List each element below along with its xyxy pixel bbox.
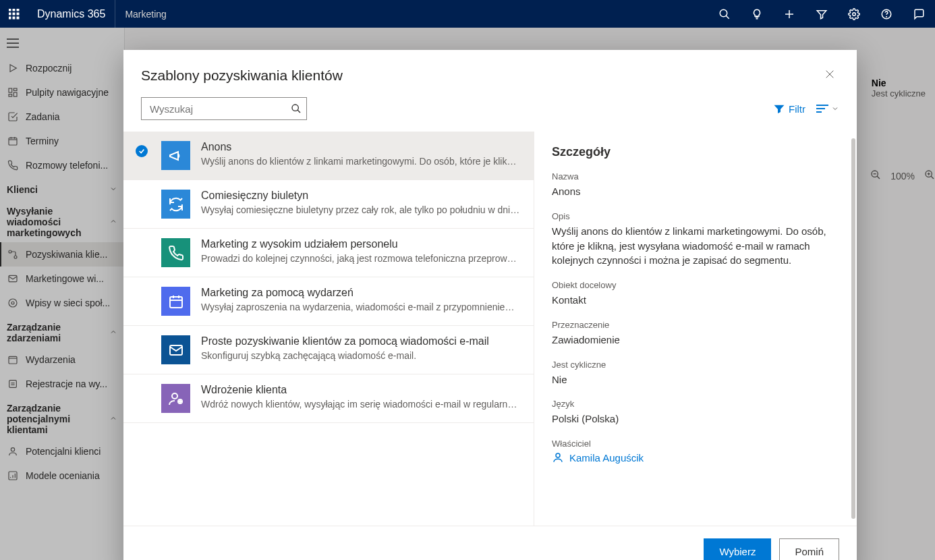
app-launcher-icon[interactable] bbox=[0, 0, 28, 28]
skip-button[interactable]: Pomiń bbox=[779, 538, 839, 560]
selected-check-icon bbox=[136, 145, 148, 157]
search-input[interactable] bbox=[142, 103, 286, 115]
detail-label: Obiekt docelowy bbox=[552, 280, 839, 290]
template-row[interactable]: Anons Wyślij anons do klientów z linkami… bbox=[123, 132, 534, 180]
svg-rect-3 bbox=[9, 13, 11, 15]
details-heading: Szczegóły bbox=[552, 145, 839, 159]
svg-rect-57 bbox=[170, 297, 182, 308]
svg-point-52 bbox=[292, 105, 298, 111]
sort-icon bbox=[816, 104, 828, 113]
svg-rect-8 bbox=[17, 17, 19, 19]
person-icon bbox=[552, 451, 564, 464]
detail-label: Właściciel bbox=[552, 439, 839, 449]
template-row[interactable]: Comiesięczny biuletyn Wysyłaj comiesięcz… bbox=[123, 180, 534, 229]
search-icon[interactable] bbox=[708, 0, 741, 28]
help-icon[interactable] bbox=[870, 0, 903, 28]
select-button[interactable]: Wybierz bbox=[704, 538, 771, 560]
svg-point-13 bbox=[853, 12, 856, 16]
template-picker-modal: Szablony pozyskiwania klientów Filtr bbox=[123, 50, 857, 560]
svg-point-15 bbox=[886, 16, 887, 17]
template-desc: Prowadzi do kolejnej czynności, jaką jes… bbox=[201, 253, 521, 264]
filter-label: Filtr bbox=[789, 103, 805, 115]
mail-icon bbox=[161, 335, 190, 364]
svg-rect-0 bbox=[9, 9, 11, 11]
detail-value: Kontakt bbox=[552, 293, 839, 308]
svg-point-66 bbox=[556, 453, 560, 457]
template-row[interactable]: Marketing z wysokim udziałem personelu P… bbox=[123, 229, 534, 277]
lightbulb-icon[interactable] bbox=[741, 0, 773, 28]
svg-rect-5 bbox=[17, 13, 19, 15]
svg-line-53 bbox=[298, 110, 300, 113]
close-button[interactable] bbox=[820, 65, 839, 86]
refresh-icon bbox=[161, 190, 190, 219]
detail-label: Jest cykliczne bbox=[552, 360, 839, 370]
search-icon[interactable] bbox=[286, 98, 306, 119]
megaphone-icon bbox=[161, 141, 190, 170]
svg-rect-2 bbox=[17, 9, 19, 11]
template-title: Comiesięczny biuletyn bbox=[201, 190, 521, 202]
scrollbar[interactable] bbox=[851, 138, 855, 519]
modal-title: Szablony pozyskiwania klientów bbox=[141, 67, 343, 84]
template-title: Marketing za pomocą wydarzeń bbox=[201, 287, 521, 299]
template-list: Anons Wyślij anons do klientów z linkami… bbox=[123, 132, 534, 526]
template-row[interactable]: Wdrożenie klienta Wdróż nowych klientów,… bbox=[123, 374, 534, 423]
detail-value: Nie bbox=[552, 372, 839, 387]
calendar-icon bbox=[161, 287, 190, 316]
svg-line-10 bbox=[726, 16, 729, 19]
detail-value: Wyślij anons do klientów z linkami marke… bbox=[552, 224, 839, 268]
template-title: Marketing z wysokim udziałem personelu bbox=[201, 238, 521, 250]
detail-label: Przeznaczenie bbox=[552, 320, 839, 330]
detail-value: Polski (Polska) bbox=[552, 412, 839, 426]
svg-rect-7 bbox=[13, 17, 15, 19]
detail-value: Zawiadomienie bbox=[552, 333, 839, 347]
svg-rect-6 bbox=[9, 17, 11, 19]
svg-rect-4 bbox=[13, 13, 15, 15]
template-title: Anons bbox=[201, 141, 521, 153]
template-desc: Skonfiguruj szybką zachęcającą wiadomość… bbox=[201, 350, 521, 361]
person-icon bbox=[161, 384, 190, 413]
detail-label: Nazwa bbox=[552, 171, 839, 181]
svg-point-62 bbox=[172, 393, 177, 399]
search-box[interactable] bbox=[141, 97, 307, 120]
template-desc: Wysyłaj comiesięczne biuletyny przez cał… bbox=[201, 204, 521, 215]
svg-rect-1 bbox=[13, 9, 15, 11]
owner-link[interactable]: Kamila Auguścik bbox=[552, 451, 839, 464]
chevron-down-icon bbox=[831, 105, 839, 113]
detail-value: Anons bbox=[552, 184, 839, 199]
funnel-icon bbox=[774, 103, 785, 114]
phone-icon bbox=[161, 238, 190, 267]
template-row[interactable]: Marketing za pomocą wydarzeń Wysyłaj zap… bbox=[123, 277, 534, 326]
template-desc: Wdróż nowych klientów, wysyłając im seri… bbox=[201, 399, 521, 410]
template-row[interactable]: Proste pozyskiwanie klientów za pomocą w… bbox=[123, 326, 534, 374]
template-desc: Wyślij anons do klientów z linkami marke… bbox=[201, 156, 521, 167]
area-label[interactable]: Marketing bbox=[115, 9, 175, 20]
top-bar: Dynamics 365 Marketing bbox=[0, 0, 935, 28]
modal-overlay: Szablony pozyskiwania klientów Filtr bbox=[0, 28, 935, 560]
chat-icon[interactable] bbox=[903, 0, 935, 28]
template-desc: Wysyłaj zaproszenia na wydarzenia, wiado… bbox=[201, 302, 521, 312]
add-icon[interactable] bbox=[773, 0, 805, 28]
owner-name: Kamila Auguścik bbox=[569, 452, 644, 464]
template-title: Proste pozyskiwanie klientów za pomocą w… bbox=[201, 335, 521, 347]
filter-icon[interactable] bbox=[805, 0, 838, 28]
gear-icon[interactable] bbox=[838, 0, 870, 28]
brand-label[interactable]: Dynamics 365 bbox=[28, 0, 115, 28]
svg-point-9 bbox=[720, 9, 727, 17]
template-title: Wdrożenie klienta bbox=[201, 384, 521, 396]
sort-button[interactable] bbox=[816, 104, 839, 113]
details-pane: Szczegóły NazwaAnons OpisWyślij anons do… bbox=[534, 132, 857, 526]
detail-label: Język bbox=[552, 399, 839, 409]
filter-button[interactable]: Filtr bbox=[774, 103, 805, 115]
detail-label: Opis bbox=[552, 211, 839, 221]
